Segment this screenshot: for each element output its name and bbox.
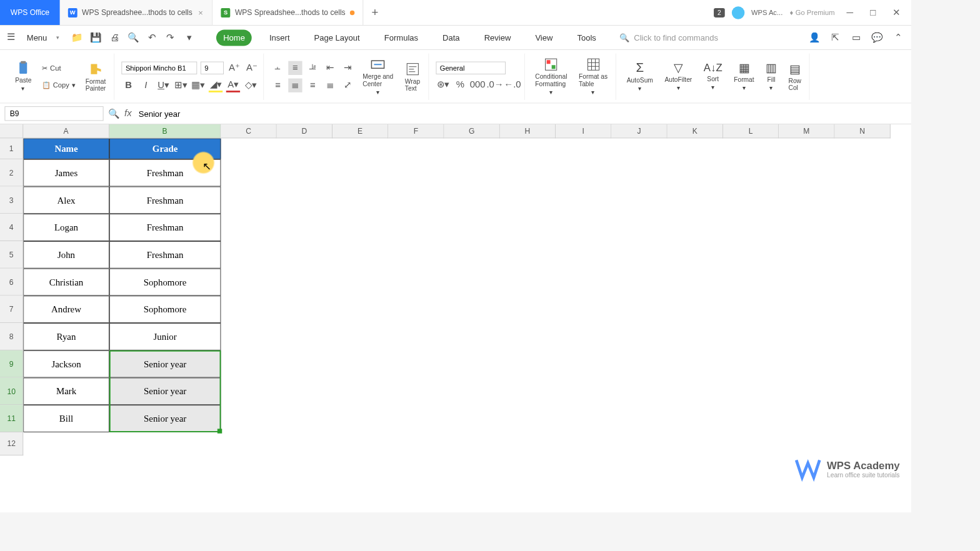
collapse-icon[interactable]: ⌃	[892, 31, 904, 44]
cell-B7[interactable]: Sophomore	[109, 295, 221, 323]
fx-icon[interactable]: fx	[124, 108, 132, 119]
copy-button[interactable]: 📋 Copy▾	[39, 78, 77, 91]
borders-button[interactable]: ⊞▾	[174, 78, 188, 92]
print-icon[interactable]: 🖨	[108, 31, 121, 44]
doc-tab-2[interactable]: S WPS Spreadshee...thods to cells	[213, 0, 364, 25]
column-header-F[interactable]: F	[388, 124, 444, 138]
font-color-button[interactable]: A▾	[226, 78, 240, 92]
fill-button[interactable]: ▥Fill▾	[762, 59, 781, 94]
autosum-button[interactable]: ΣAutoSum▾	[623, 58, 656, 95]
row-header-1[interactable]: 1	[0, 138, 23, 159]
spreadsheet-grid[interactable]: ABCDEFGHIJKLMN 123456789101112 NameGrade…	[0, 124, 911, 512]
font-size-select[interactable]	[201, 61, 224, 74]
format-as-table-button[interactable]: Format as Table▾	[575, 54, 611, 98]
cell-A1[interactable]: Name	[23, 138, 109, 159]
column-header-I[interactable]: I	[556, 124, 611, 138]
cell-A11[interactable]: Bill	[23, 405, 109, 432]
minimize-icon[interactable]: ─	[842, 4, 858, 21]
clear-format-button[interactable]: ◇▾	[244, 78, 258, 92]
align-left-icon[interactable]: ≡	[271, 78, 284, 92]
justify-icon[interactable]: ≣	[323, 78, 337, 92]
save-icon[interactable]: 💾	[89, 31, 102, 44]
align-top-icon[interactable]: ⫠	[271, 61, 284, 74]
cell-B10[interactable]: Senior year	[109, 378, 221, 405]
name-box[interactable]	[4, 106, 103, 121]
redo-icon[interactable]: ↷	[164, 31, 176, 44]
cell-B6[interactable]: Sophomore	[109, 269, 221, 296]
search-commands[interactable]: 🔍 Click to find commands	[619, 33, 803, 42]
row-header-5[interactable]: 5	[0, 241, 23, 269]
cut-button[interactable]: ✂ Cut	[39, 62, 77, 74]
export-icon[interactable]: ⇱	[829, 31, 841, 44]
ribbon-tab-tools[interactable]: Tools	[570, 29, 603, 46]
row-header-7[interactable]: 7	[0, 295, 23, 323]
row-header-8[interactable]: 8	[0, 323, 23, 350]
ribbon-tab-data[interactable]: Data	[436, 29, 467, 46]
doc-tab-1[interactable]: W WPS Spreadshee...thods to cells ×	[60, 0, 213, 25]
open-icon[interactable]: 📁	[71, 31, 83, 44]
hamburger-icon[interactable]: ☰	[7, 31, 19, 44]
avatar[interactable]	[731, 6, 744, 19]
row-header-4[interactable]: 4	[0, 214, 23, 241]
formula-input[interactable]: Senior year	[136, 107, 907, 121]
column-header-D[interactable]: D	[277, 124, 332, 138]
row-header-11[interactable]: 11	[0, 405, 23, 432]
orientation-icon[interactable]: ⤢	[341, 78, 354, 92]
format-painter-button[interactable]: Format Painter	[82, 59, 109, 94]
cell-B1[interactable]: Grade	[109, 138, 221, 159]
paste-button[interactable]: Paste▾	[12, 58, 35, 95]
comma-icon[interactable]: 000	[471, 77, 484, 91]
screenshot-icon[interactable]: ▭	[850, 31, 862, 44]
column-header-B[interactable]: B	[109, 124, 221, 138]
cell-B8[interactable]: Junior	[109, 323, 221, 350]
maximize-icon[interactable]: □	[865, 4, 881, 21]
share-icon[interactable]: 👤	[808, 31, 821, 44]
row-header-3[interactable]: 3	[0, 187, 23, 214]
row-header-6[interactable]: 6	[0, 269, 23, 296]
column-header-C[interactable]: C	[221, 124, 276, 138]
wrap-text-button[interactable]: Wrap Text	[401, 59, 423, 94]
cell-A4[interactable]: Logan	[23, 214, 109, 241]
currency-icon[interactable]: ⊛▾	[436, 77, 449, 91]
undo-icon[interactable]: ↶	[146, 31, 158, 44]
column-header-G[interactable]: G	[444, 124, 500, 138]
ribbon-tab-page-layout[interactable]: Page Layout	[307, 29, 366, 46]
cell-B4[interactable]: Freshman	[109, 214, 221, 241]
zoom-icon[interactable]: 🔍	[108, 108, 120, 119]
column-header-H[interactable]: H	[500, 124, 556, 138]
align-center-icon[interactable]: ≣	[288, 78, 302, 92]
close-icon[interactable]: ✕	[888, 4, 904, 21]
column-header-E[interactable]: E	[332, 124, 388, 138]
conditional-formatting-button[interactable]: Conditional Formatting▾	[532, 54, 571, 98]
new-tab-button[interactable]: +	[363, 0, 386, 25]
column-header-J[interactable]: J	[611, 124, 667, 138]
row-header-12[interactable]: 12	[0, 432, 23, 455]
cell-A9[interactable]: Jackson	[23, 350, 109, 378]
cell-A6[interactable]: Christian	[23, 269, 109, 296]
cell-B11[interactable]: Senior year	[109, 405, 221, 432]
column-header-L[interactable]: L	[723, 124, 779, 138]
cell-B3[interactable]: Freshman	[109, 187, 221, 214]
align-right-icon[interactable]: ≡	[306, 78, 319, 92]
cell-B2[interactable]: Freshman	[109, 159, 221, 187]
preview-icon[interactable]: 🔍	[127, 31, 139, 44]
autofilter-button[interactable]: ▽AutoFilter▾	[661, 59, 696, 94]
decrease-indent-icon[interactable]: ⇤	[323, 61, 337, 74]
ribbon-tab-formulas[interactable]: Formulas	[378, 29, 426, 46]
row-header-2[interactable]: 2	[0, 159, 23, 187]
number-format-select[interactable]	[436, 61, 506, 74]
italic-button[interactable]: I	[139, 78, 152, 92]
cell-A10[interactable]: Mark	[23, 378, 109, 405]
row-header-9[interactable]: 9	[0, 350, 23, 378]
cell-A2[interactable]: James	[23, 159, 109, 187]
cell-B5[interactable]: Freshman	[109, 241, 221, 269]
decrease-font-icon[interactable]: A⁻	[245, 61, 259, 74]
decrease-decimal-icon[interactable]: ←.0	[506, 77, 519, 91]
column-header-A[interactable]: A	[23, 124, 109, 138]
sort-button[interactable]: A↓ZSort▾	[700, 59, 726, 93]
merge-center-button[interactable]: Merge and Center▾	[359, 54, 397, 98]
chat-icon[interactable]: 💬	[871, 31, 883, 44]
cell-A5[interactable]: John	[23, 241, 109, 269]
cell-B9[interactable]: Senior year	[109, 350, 221, 378]
font-family-select[interactable]	[121, 61, 197, 74]
